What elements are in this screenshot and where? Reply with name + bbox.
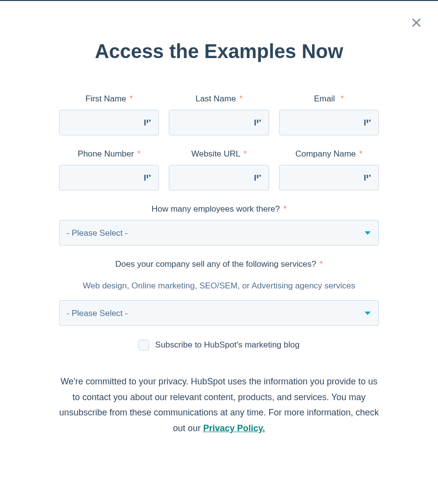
last-name-label: Last Name * — [195, 94, 243, 104]
modal-container: Access the Examples Now First Name * Las… — [0, 1, 438, 436]
svg-rect-7 — [259, 120, 261, 122]
company-field: Company Name * — [279, 149, 379, 190]
svg-rect-8 — [364, 120, 366, 126]
services-select[interactable]: - Please Select - — [59, 300, 379, 326]
close-button[interactable] — [410, 17, 422, 29]
svg-rect-3 — [147, 120, 148, 123]
employees-field: How many employees work there? * - Pleas… — [59, 204, 379, 246]
last-name-field: Last Name * — [169, 94, 269, 135]
svg-rect-13 — [149, 175, 151, 177]
close-icon — [410, 22, 422, 30]
svg-rect-16 — [259, 175, 261, 177]
services-label: Does your company sell any of the follow… — [115, 259, 323, 269]
privacy-text: We're committed to your privacy. HubSpot… — [59, 374, 379, 436]
required-marker: * — [129, 94, 133, 103]
email-field: Email * — [279, 94, 379, 135]
required-marker: * — [239, 94, 243, 103]
website-field: Website URL * — [169, 149, 269, 190]
subscribe-label: Subscribe to HubSpot's marketing blog — [155, 340, 299, 350]
modal-title: Access the Examples Now — [59, 40, 379, 63]
first-name-label: First Name * — [85, 94, 132, 104]
autofill-icon — [143, 173, 152, 182]
required-marker: * — [137, 149, 141, 158]
autofill-icon — [253, 118, 262, 127]
privacy-policy-link[interactable]: Privacy Policy. — [203, 423, 265, 433]
required-marker: * — [283, 204, 286, 214]
required-marker: * — [244, 149, 247, 158]
autofill-icon — [363, 118, 372, 127]
subscribe-checkbox[interactable] — [138, 340, 149, 350]
subscribe-row: Subscribe to HubSpot's marketing blog — [59, 340, 379, 350]
form-row-2: Phone Number * Website URL * Company Nam… — [59, 149, 379, 190]
svg-rect-18 — [367, 175, 368, 178]
required-marker: * — [359, 149, 363, 158]
svg-rect-12 — [147, 175, 148, 178]
svg-rect-4 — [149, 120, 151, 122]
required-marker: * — [319, 259, 323, 269]
form-row-1: First Name * Last Name * Email * — [59, 94, 379, 135]
svg-rect-2 — [144, 120, 146, 126]
svg-rect-15 — [257, 175, 258, 178]
company-label: Company Name * — [295, 149, 362, 159]
svg-rect-10 — [369, 120, 371, 122]
svg-rect-17 — [364, 175, 366, 181]
autofill-icon — [253, 173, 262, 182]
svg-rect-6 — [257, 120, 258, 123]
first-name-field: First Name * — [59, 94, 159, 135]
svg-rect-19 — [369, 175, 371, 177]
phone-label: Phone Number * — [78, 149, 141, 159]
required-marker: * — [341, 94, 344, 103]
employees-select[interactable]: - Please Select - — [59, 220, 379, 246]
svg-rect-5 — [254, 120, 256, 126]
autofill-icon — [143, 118, 152, 127]
svg-rect-14 — [254, 175, 256, 181]
services-sublabel: Web design, Online marketing, SEO/SEM, o… — [59, 279, 379, 292]
employees-label: How many employees work there? * — [152, 204, 286, 214]
website-label: Website URL * — [191, 149, 247, 159]
phone-field: Phone Number * — [59, 149, 159, 190]
svg-rect-11 — [144, 175, 146, 181]
svg-rect-9 — [367, 120, 368, 123]
autofill-icon — [363, 173, 372, 182]
email-label: Email * — [314, 94, 344, 104]
services-field: Does your company sell any of the follow… — [59, 259, 379, 326]
